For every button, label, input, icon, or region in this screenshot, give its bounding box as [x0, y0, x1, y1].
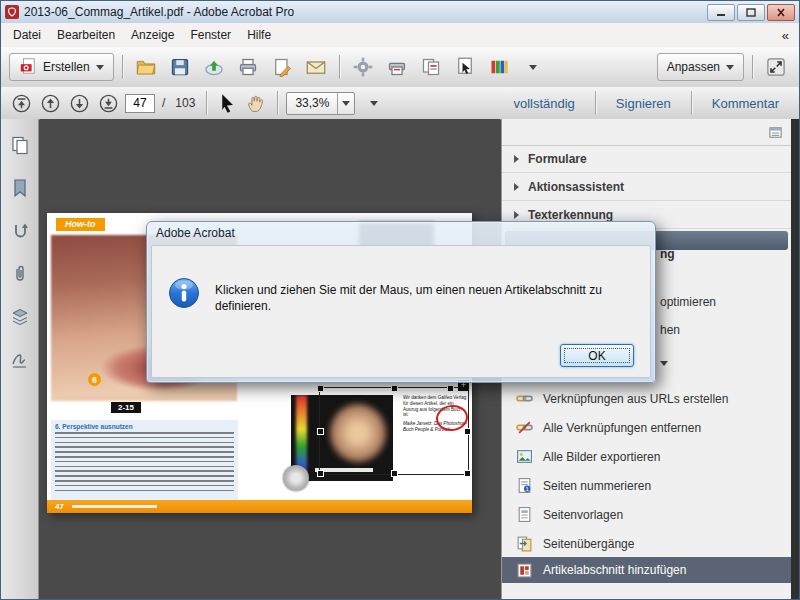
open-file-button[interactable] — [131, 53, 161, 81]
selection-handle[interactable] — [391, 385, 398, 392]
menu-overflow-icon[interactable]: « — [782, 28, 795, 43]
tool-add-article-box[interactable]: Artikelabschnitt hinzufügen — [502, 557, 791, 583]
save-button[interactable] — [165, 53, 195, 81]
selection-handle[interactable] — [317, 428, 324, 435]
section-label: Formulare — [528, 152, 587, 166]
tool-label: Alle Verknüpfungen entfernen — [543, 421, 701, 435]
hand-tool-button[interactable] — [244, 91, 269, 116]
chevron-right-icon — [514, 211, 519, 219]
selection-handle[interactable] — [464, 470, 471, 477]
submenu-chevron-icon[interactable] — [660, 355, 668, 369]
selection-handle[interactable] — [317, 470, 324, 477]
navigation-toolbar: / 103 33,3% vollständig Signieren Kommen… — [1, 87, 799, 120]
page-count-total: 103 — [175, 96, 195, 110]
divider — [339, 55, 340, 79]
svg-text:1: 1 — [526, 486, 529, 492]
tool-label-fragment[interactable]: hen — [660, 323, 680, 337]
panel-tab-kommentar[interactable]: Kommentar — [700, 96, 791, 111]
dialog-title-bar[interactable]: Adobe Acrobat — [147, 222, 655, 244]
print-button[interactable] — [233, 53, 263, 81]
figure-badge: 2-15 — [111, 402, 141, 413]
menu-fenster[interactable]: Fenster — [182, 25, 239, 45]
close-button[interactable] — [767, 4, 795, 21]
tool-label-fragment[interactable]: optimieren — [660, 295, 716, 309]
navigation-pane-bar — [1, 119, 39, 599]
bookmarks-icon[interactable] — [10, 178, 30, 198]
selection-handle[interactable] — [391, 470, 398, 477]
customize-label: Anpassen — [667, 60, 720, 74]
panel-scrollbar[interactable] — [791, 119, 799, 599]
ok-button[interactable]: OK — [560, 344, 634, 367]
menu-bearbeiten[interactable]: Bearbeiten — [49, 25, 123, 45]
email-button[interactable] — [301, 53, 331, 81]
create-pdf-button[interactable]: Erstellen — [9, 53, 114, 81]
number-pages-icon: 1 — [516, 477, 533, 494]
next-page-button[interactable] — [67, 91, 92, 116]
maximize-button[interactable] — [737, 4, 765, 21]
minimize-button[interactable] — [707, 4, 735, 21]
menu-anzeige[interactable]: Anzeige — [123, 25, 182, 45]
chevron-down-icon[interactable] — [337, 93, 354, 114]
first-page-button[interactable] — [9, 91, 34, 116]
articles-icon[interactable] — [10, 221, 30, 241]
tool-export-all-images[interactable]: Alle Bilder exportieren — [502, 442, 791, 471]
edit-object-button[interactable] — [450, 53, 480, 81]
customize-button[interactable]: Anpassen — [657, 53, 744, 81]
dialog-title: Adobe Acrobat — [156, 226, 235, 240]
panel-tab-vollstaendig[interactable]: vollständig — [501, 96, 586, 111]
dialog-body: Klicken und ziehen Sie mit der Maus, um … — [151, 245, 651, 378]
menu-bar: Datei Bearbeiten Anzeige Fenster Hilfe « — [1, 23, 799, 48]
last-page-button[interactable] — [96, 91, 121, 116]
layers-icon[interactable] — [10, 307, 30, 327]
panel-tab-signieren[interactable]: Signieren — [604, 96, 683, 111]
selection-handle[interactable] — [447, 385, 454, 392]
signatures-icon[interactable] — [10, 350, 30, 370]
cd-disc — [283, 465, 309, 491]
menu-datei[interactable]: Datei — [5, 25, 49, 45]
select-tool-button[interactable] — [215, 91, 240, 116]
menu-hilfe[interactable]: Hilfe — [239, 25, 279, 45]
tool-page-templates[interactable]: Seitenvorlagen — [502, 500, 791, 529]
edit-pdf-button[interactable] — [267, 53, 297, 81]
page-number-input[interactable] — [125, 94, 155, 113]
previous-page-button[interactable] — [38, 91, 63, 116]
chevron-down-icon — [726, 65, 734, 70]
send-to-cloud-button[interactable] — [199, 53, 229, 81]
print-production-button[interactable] — [382, 53, 412, 81]
article-selection-box[interactable]: + — [319, 387, 469, 475]
divider — [752, 55, 753, 79]
column-heading: 6. Perspektive ausnutzen — [55, 423, 234, 430]
create-pdf-icon — [19, 57, 37, 78]
toolbar-overflow-chevron[interactable] — [518, 53, 548, 81]
tool-label: Seiten nummerieren — [543, 479, 651, 493]
copy-pages-button[interactable] — [416, 53, 446, 81]
selection-handle[interactable] — [464, 428, 471, 435]
settings-gear-button[interactable] — [348, 53, 378, 81]
selection-handle[interactable] — [317, 385, 324, 392]
title-bar[interactable]: 2013-06_Commag_Artikel.pdf - Adobe Acrob… — [1, 1, 799, 23]
tool-label: Alle Bilder exportieren — [543, 450, 660, 464]
article-text-column: 6. Perspektive ausnutzen — [51, 420, 238, 500]
tool-create-links-from-urls[interactable]: Verknüpfungen aus URLs erstellen — [502, 384, 791, 413]
section-formulare[interactable]: Formulare — [502, 145, 791, 173]
expand-panels-button[interactable] — [761, 53, 791, 81]
tool-label: Artikelabschnitt hinzufügen — [543, 563, 686, 577]
output-preview-button[interactable] — [484, 53, 514, 81]
divider — [277, 91, 278, 115]
acrobat-window: 2013-06_Commag_Artikel.pdf - Adobe Acrob… — [0, 0, 800, 600]
page-thumbnails-icon[interactable] — [10, 135, 30, 155]
footer-text-bar — [72, 505, 157, 508]
panel-options-icon[interactable] — [768, 125, 783, 140]
tool-page-transitions[interactable]: Seitenübergänge — [502, 529, 791, 558]
tool-number-pages[interactable]: 1 Seiten nummerieren — [502, 471, 791, 500]
zoom-overflow-chevron[interactable] — [359, 89, 389, 117]
chevron-right-icon — [514, 155, 519, 163]
info-icon — [168, 277, 200, 309]
section-label: Aktionsassistent — [528, 180, 624, 194]
page-count-separator: / — [162, 96, 165, 110]
attachments-icon[interactable] — [10, 264, 30, 284]
tool-remove-all-links[interactable]: Alle Verknüpfungen entfernen — [502, 413, 791, 442]
section-aktionsassistent[interactable]: Aktionsassistent — [502, 173, 791, 201]
zoom-dropdown[interactable]: 33,3% — [286, 92, 355, 115]
window-controls — [707, 4, 795, 21]
